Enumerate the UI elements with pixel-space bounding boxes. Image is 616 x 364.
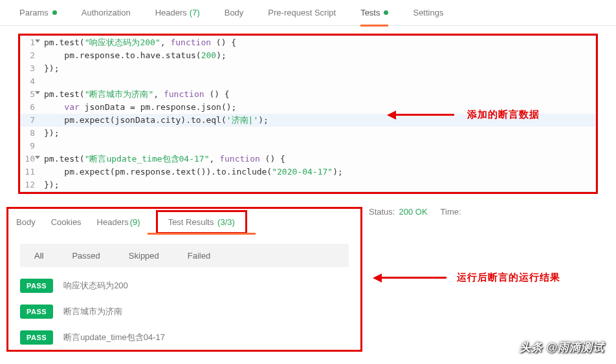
test-result-row: PASS 断言城市为济南	[20, 305, 349, 319]
annotation-assertion-data: 添加的断言数据	[387, 109, 540, 121]
test-result-row: PASS 响应状态码为200	[20, 279, 349, 293]
response-status: Status: 200 OK Time:	[369, 207, 461, 217]
response-tab-headers[interactable]: Headers(9)	[97, 217, 140, 227]
fold-icon[interactable]	[35, 39, 40, 43]
tab-authorization[interactable]: Authorization	[82, 0, 131, 26]
arrow-left-icon	[387, 111, 396, 120]
status-code: 200 OK	[399, 207, 427, 217]
pass-badge: PASS	[20, 330, 53, 345]
arrow-left-icon	[373, 273, 382, 283]
tab-tests[interactable]: Tests	[360, 0, 388, 26]
response-tabs: Body Cookies Headers(9) Test Results (3/…	[8, 209, 360, 235]
filter-failed[interactable]: Failed	[173, 244, 225, 267]
tab-body[interactable]: Body	[225, 0, 244, 26]
test-result-name: 断言城市为济南	[63, 306, 122, 317]
tab-params[interactable]: Params	[19, 0, 57, 26]
fold-icon[interactable]	[35, 156, 40, 159]
active-tab-underline	[148, 233, 256, 235]
response-tab-body[interactable]: Body	[16, 217, 36, 227]
tab-settings[interactable]: Settings	[413, 0, 443, 26]
watermark: 头条 @雨滴测试	[520, 340, 604, 355]
tab-headers[interactable]: Headers(7)	[155, 0, 200, 26]
pass-badge: PASS	[20, 305, 53, 319]
results-filter-bar: All Passed Skipped Failed	[20, 244, 349, 267]
status-dot-icon	[52, 10, 57, 15]
test-result-name: 响应状态码为200	[63, 280, 128, 292]
annotation-results: 运行后断言的运行结果	[373, 272, 560, 284]
test-results-highlight-box: Body Cookies Headers(9) Test Results (3/…	[6, 207, 362, 352]
tab-pre-request-script[interactable]: Pre-request Script	[268, 0, 336, 26]
fold-icon[interactable]	[35, 91, 40, 94]
test-result-row: PASS 断言update_time包含04-17	[20, 330, 349, 345]
pass-badge: PASS	[20, 279, 53, 293]
test-result-name: 断言update_time包含04-17	[63, 332, 165, 343]
request-tabs: Params Authorization Headers(7) Body Pre…	[0, 0, 616, 26]
filter-all[interactable]: All	[20, 244, 58, 267]
response-tab-cookies[interactable]: Cookies	[51, 217, 82, 227]
response-tab-test-results[interactable]: Test Results (3/3)	[156, 210, 247, 234]
filter-passed[interactable]: Passed	[58, 244, 114, 267]
filter-skipped[interactable]: Skipped	[115, 244, 173, 267]
status-dot-icon	[384, 10, 388, 15]
